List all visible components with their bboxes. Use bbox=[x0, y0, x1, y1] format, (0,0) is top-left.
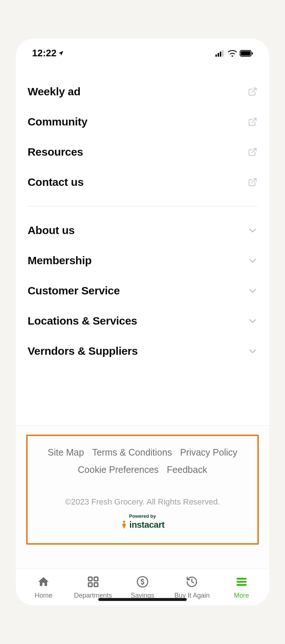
footer-block: Site Map Terms & Conditions Privacy Poli… bbox=[16, 425, 269, 569]
tab-savings[interactable]: Savings bbox=[118, 576, 167, 599]
link-community[interactable]: Community bbox=[28, 107, 257, 137]
status-bar: 12:22 bbox=[16, 39, 269, 62]
accordion-label: Locations & Services bbox=[28, 315, 137, 327]
accordion-about-us[interactable]: About us bbox=[28, 215, 257, 245]
link-label: Contact us bbox=[28, 176, 84, 188]
powered-by-label: Powered by bbox=[129, 513, 156, 519]
status-time: 12:22 bbox=[32, 47, 64, 59]
tab-buy-it-again[interactable]: Buy It Again bbox=[167, 576, 217, 599]
history-icon bbox=[186, 576, 198, 588]
battery-icon bbox=[240, 50, 253, 57]
svg-line-7 bbox=[252, 88, 256, 92]
svg-rect-3 bbox=[222, 50, 224, 57]
instacart-logo: instacart bbox=[120, 520, 165, 530]
accordion-label: About us bbox=[28, 224, 75, 237]
link-label: Resources bbox=[28, 146, 83, 158]
external-link-icon bbox=[248, 117, 257, 127]
svg-rect-11 bbox=[88, 577, 92, 581]
link-label: Community bbox=[28, 116, 87, 128]
footer-links: Site Map Terms & Conditions Privacy Poli… bbox=[35, 447, 250, 475]
tab-label: Home bbox=[35, 592, 52, 599]
svg-line-10 bbox=[252, 178, 256, 183]
external-link-icon bbox=[248, 177, 257, 187]
link-resources[interactable]: Resources bbox=[28, 137, 257, 167]
device-frame: 12:22 Weekly ad bbox=[16, 39, 269, 605]
wifi-icon bbox=[228, 50, 237, 57]
external-links-section: Weekly ad Community Resources bbox=[16, 62, 269, 197]
carrot-icon bbox=[120, 521, 128, 529]
powered-by-block: Powered by instacart bbox=[35, 513, 250, 530]
svg-rect-14 bbox=[94, 583, 98, 587]
home-indicator[interactable] bbox=[98, 598, 187, 601]
copyright-text: ©2023 Fresh Grocery. All Rights Reserved… bbox=[35, 497, 250, 507]
footer-highlight-box: Site Map Terms & Conditions Privacy Poli… bbox=[26, 435, 259, 545]
chevron-down-icon bbox=[248, 316, 257, 326]
footer-link-feedback[interactable]: Feedback bbox=[167, 464, 207, 475]
svg-rect-12 bbox=[94, 577, 98, 581]
tab-label: More bbox=[234, 592, 249, 599]
cellular-icon bbox=[215, 50, 225, 57]
svg-line-8 bbox=[252, 118, 256, 123]
accordion-label: Verndors & Suppliers bbox=[28, 345, 138, 357]
chevron-down-icon bbox=[248, 226, 257, 235]
svg-rect-0 bbox=[215, 54, 217, 57]
tab-departments[interactable]: Departments bbox=[68, 576, 117, 599]
content-area: Weekly ad Community Resources bbox=[16, 62, 269, 569]
accordion-locations-services[interactable]: Locations & Services bbox=[28, 306, 257, 336]
grid-icon bbox=[87, 576, 99, 588]
svg-rect-1 bbox=[218, 53, 219, 57]
link-contact-us[interactable]: Contact us bbox=[28, 167, 257, 197]
footer-link-terms[interactable]: Terms & Conditions bbox=[92, 447, 172, 458]
instacart-brand-text: instacart bbox=[129, 520, 165, 530]
status-indicators bbox=[215, 50, 253, 57]
external-link-icon bbox=[248, 87, 257, 96]
link-weekly-ad[interactable]: Weekly ad bbox=[28, 77, 257, 107]
svg-line-9 bbox=[252, 148, 256, 153]
location-arrow-icon bbox=[58, 50, 64, 56]
footer-link-privacy[interactable]: Privacy Policy bbox=[180, 447, 238, 458]
accordion-membership[interactable]: Membership bbox=[28, 245, 257, 276]
accordion-label: Membership bbox=[28, 254, 92, 267]
accordion-vendors-suppliers[interactable]: Verndors & Suppliers bbox=[28, 336, 257, 366]
tab-home[interactable]: Home bbox=[19, 576, 68, 599]
accordion-label: Customer Service bbox=[28, 284, 120, 297]
menu-icon bbox=[235, 576, 248, 588]
accordion-section: About us Membership Customer Service Loc… bbox=[16, 215, 269, 366]
accordion-customer-service[interactable]: Customer Service bbox=[28, 276, 257, 306]
svg-rect-13 bbox=[88, 583, 92, 587]
divider bbox=[28, 206, 257, 206]
footer-link-cookie[interactable]: Cookie Preferences bbox=[78, 464, 159, 475]
footer-link-site-map[interactable]: Site Map bbox=[48, 447, 84, 458]
dollar-circle-icon bbox=[136, 576, 149, 588]
svg-rect-5 bbox=[241, 51, 250, 56]
svg-rect-6 bbox=[252, 52, 253, 54]
chevron-down-icon bbox=[248, 256, 257, 265]
tab-more[interactable]: More bbox=[217, 576, 266, 599]
link-label: Weekly ad bbox=[28, 85, 81, 98]
home-icon bbox=[37, 576, 50, 588]
chevron-down-icon bbox=[248, 346, 257, 356]
external-link-icon bbox=[248, 147, 257, 157]
svg-rect-2 bbox=[220, 52, 221, 57]
chevron-down-icon bbox=[248, 286, 257, 296]
status-time-text: 12:22 bbox=[32, 47, 57, 59]
